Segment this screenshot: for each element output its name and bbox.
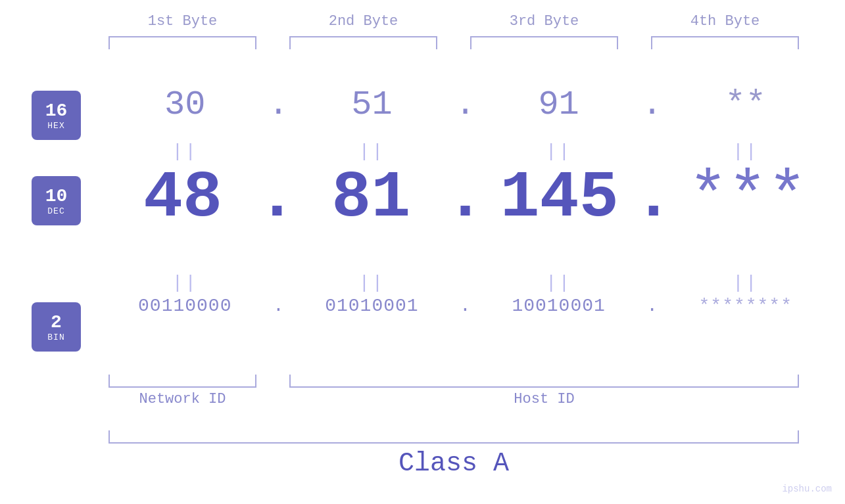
hex-byte2: 51 xyxy=(295,85,448,124)
bracket-byte2 xyxy=(289,36,437,49)
network-id-label: Network ID xyxy=(109,391,256,407)
bin-base-name: BIN xyxy=(47,332,64,342)
hex-dot1: . xyxy=(262,85,296,124)
eq2-byte1: || xyxy=(109,273,262,293)
top-brackets xyxy=(109,36,822,49)
page-layout: 1st Byte 2nd Byte 3rd Byte 4th Byte 16 H… xyxy=(0,0,845,504)
byte-headers: 1st Byte 2nd Byte 3rd Byte 4th Byte xyxy=(109,13,822,30)
equals-row-1: || || || || xyxy=(0,141,845,162)
dec-row: 48 . 81 . 145 . *** xyxy=(0,161,845,235)
class-label: Class A xyxy=(109,449,799,478)
bin-row: 00110000 . 01010001 . 10010001 . *******… xyxy=(0,296,845,316)
host-id-bracket: Host ID xyxy=(289,375,799,407)
byte4-header: 4th Byte xyxy=(651,13,799,30)
eq2-byte4: || xyxy=(669,273,823,293)
bracket-byte1 xyxy=(109,36,256,49)
hex-byte3: 91 xyxy=(482,85,635,124)
eq1-byte4: || xyxy=(669,141,823,162)
dec-dot2: . xyxy=(446,161,485,235)
byte1-header: 1st Byte xyxy=(109,13,256,30)
hex-byte1: 30 xyxy=(109,85,262,124)
class-bracket-line xyxy=(109,430,799,444)
bin-dot3: . xyxy=(635,296,669,316)
id-brackets: Network ID Host ID xyxy=(109,375,822,407)
dec-byte4: *** xyxy=(673,161,822,235)
hex-dot3: . xyxy=(635,85,669,124)
network-bracket-line xyxy=(109,375,256,388)
watermark: ipshu.com xyxy=(782,484,832,494)
bin-byte3: 10010001 xyxy=(482,296,635,316)
byte3-header: 3rd Byte xyxy=(470,13,618,30)
bin-dot2: . xyxy=(448,296,483,316)
eq2-byte3: || xyxy=(482,273,635,293)
byte2-header: 2nd Byte xyxy=(289,13,437,30)
eq1-byte2: || xyxy=(295,141,448,162)
class-section: Class A xyxy=(109,430,822,478)
network-id-bracket: Network ID xyxy=(109,375,256,407)
host-id-label: Host ID xyxy=(289,391,799,407)
equals-row-2: || || || || xyxy=(0,273,845,293)
hex-row: 30 . 51 . 91 . ** xyxy=(0,85,845,124)
bracket-byte4 xyxy=(651,36,799,49)
bracket-spacer1 xyxy=(256,375,289,407)
bin-dot1: . xyxy=(262,296,296,316)
bin-byte1: 00110000 xyxy=(109,296,262,316)
bin-byte4: ******** xyxy=(669,296,823,316)
bracket-byte3 xyxy=(470,36,618,49)
eq2-byte2: || xyxy=(295,273,448,293)
dec-dot3: . xyxy=(634,161,673,235)
dec-byte2: 81 xyxy=(297,161,445,235)
dec-byte3: 145 xyxy=(485,161,634,235)
dec-byte1: 48 xyxy=(109,161,257,235)
hex-dot2: . xyxy=(448,85,483,124)
hex-byte4: ** xyxy=(669,85,823,124)
eq1-byte3: || xyxy=(482,141,635,162)
host-bracket-line xyxy=(289,375,799,388)
eq1-byte1: || xyxy=(109,141,262,162)
dec-dot1: . xyxy=(257,161,297,235)
bin-byte2: 01010001 xyxy=(295,296,448,316)
